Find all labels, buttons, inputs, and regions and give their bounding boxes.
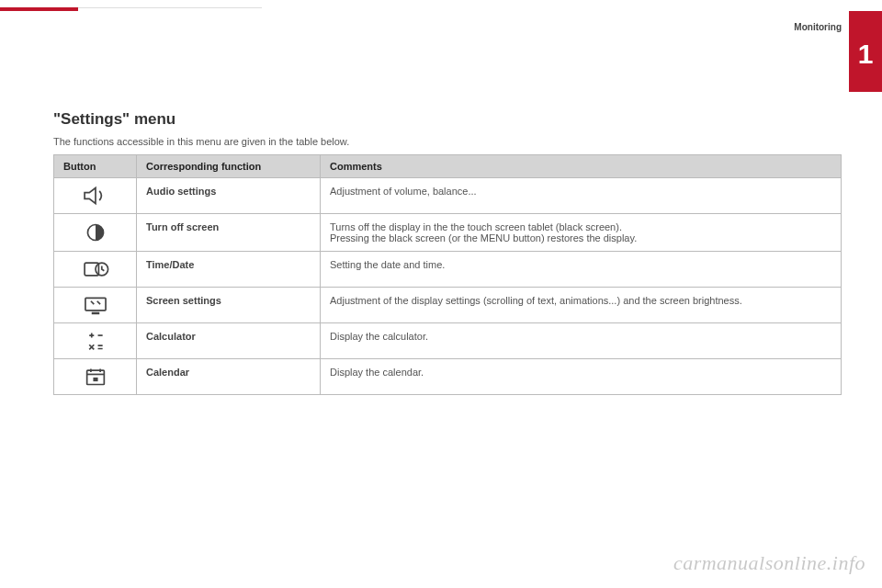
table-row: Calendar Display the calendar. [54,359,842,395]
top-accent-gray [78,7,262,8]
content-area: "Settings" menu The functions accessible… [53,110,842,395]
chapter-tab: 1 [849,11,882,92]
table-row: Calculator Display the calculator. [54,323,842,359]
button-cell [54,214,137,252]
function-cell: Audio settings [137,178,321,214]
section-label: Monitoring [794,22,842,32]
comment-cell: Display the calendar. [321,359,842,395]
function-cell: Screen settings [137,288,321,323]
watermark: carmanualsonline.info [673,551,865,575]
table-row: Turn off screen Turns off the display in… [54,214,842,252]
header-button: Button [54,155,137,178]
calculator-icon [80,329,111,353]
chapter-number: 1 [858,40,874,68]
svg-rect-6 [93,378,97,381]
button-cell [54,288,137,323]
comment-cell: Adjustment of the display settings (scro… [321,288,842,323]
table-row: Audio settings Adjustment of volume, bal… [54,178,842,214]
contrast-icon [80,220,111,244]
calendar-icon [80,365,111,389]
button-cell [54,178,137,214]
table-row: Time/Date Setting the date and time. [54,252,842,288]
screen-settings-icon [80,293,111,317]
function-cell: Calendar [137,359,321,395]
table-row: Screen settings Adjustment of the displa… [54,288,842,323]
intro-text: The functions accessible in this menu ar… [53,136,842,147]
comment-cell: Setting the date and time. [321,252,842,288]
svg-rect-3 [85,298,105,311]
comment-cell: Turns off the display in the the touch s… [321,214,842,252]
menu-title: "Settings" menu [53,110,842,129]
comment-cell: Display the calculator. [321,323,842,359]
function-cell: Calculator [137,323,321,359]
header-function: Corresponding function [137,155,321,178]
clock-icon [80,257,111,281]
table-header-row: Button Corresponding function Comments [54,155,842,178]
top-accent-bar [0,7,78,11]
speaker-icon [80,184,111,208]
button-cell [54,359,137,395]
button-cell [54,323,137,359]
comment-cell: Adjustment of volume, balance... [321,178,842,214]
settings-table: Button Corresponding function Comments A… [53,154,842,395]
button-cell [54,252,137,288]
header-comments: Comments [321,155,842,178]
svg-rect-4 [91,312,99,315]
function-cell: Turn off screen [137,214,321,252]
function-cell: Time/Date [137,252,321,288]
